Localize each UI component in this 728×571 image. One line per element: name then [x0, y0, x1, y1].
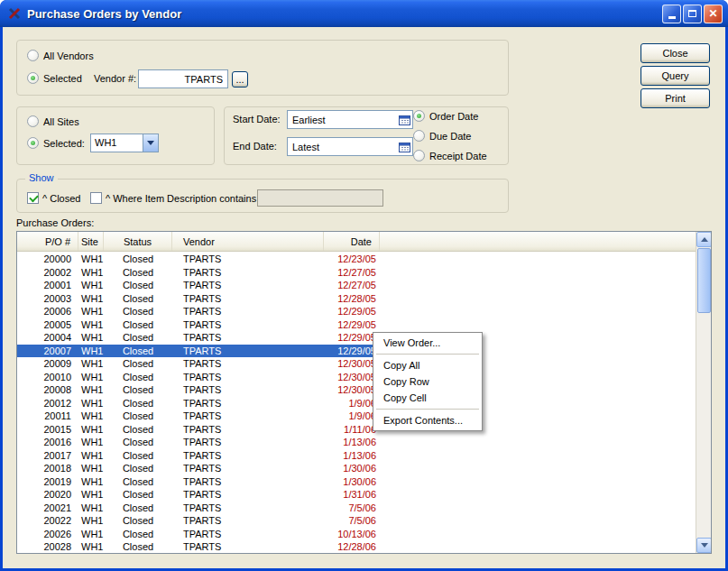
table-row[interactable]: 20015WH1ClosedTPARTS1/11/06: [17, 423, 381, 437]
vendor-number-input[interactable]: [138, 69, 228, 88]
cell-site: WH1: [78, 437, 104, 447]
table-row[interactable]: 20022WH1ClosedTPARTS7/5/06: [17, 514, 381, 528]
cell-date: 12/23/05: [324, 253, 380, 264]
radio-selected-site[interactable]: [27, 137, 39, 149]
vendor-browse-button[interactable]: ...: [232, 71, 248, 87]
menu-item-export-contents[interactable]: Export Contents...: [375, 412, 480, 428]
column-header-site[interactable]: Site: [78, 232, 104, 251]
start-date-input[interactable]: [287, 110, 397, 129]
scrollbar-thumb[interactable]: [697, 248, 711, 313]
print-button[interactable]: Print: [640, 88, 710, 108]
po-table-body: 20000WH1ClosedTPARTS12/23/0520002WH1Clos…: [17, 253, 696, 553]
cell-site: WH1: [78, 267, 104, 278]
column-header-vendor[interactable]: Vendor: [172, 232, 324, 251]
table-row[interactable]: 20007WH1ClosedTPARTS12/29/05: [17, 345, 381, 358]
table-row[interactable]: 20006WH1ClosedTPARTS12/29/05: [17, 305, 381, 318]
end-date-input[interactable]: [287, 137, 397, 156]
radio-receipt-date[interactable]: [413, 150, 425, 161]
table-row[interactable]: 20004WH1ClosedTPARTS12/29/05: [17, 331, 381, 345]
radio-due-date[interactable]: [413, 130, 425, 142]
scroll-up-button[interactable]: [696, 232, 712, 247]
cell-date: 12/29/05: [324, 332, 380, 343]
table-row[interactable]: 20010WH1ClosedTPARTS12/30/05: [17, 371, 381, 384]
menu-item-copy-row[interactable]: Copy Row: [375, 373, 480, 390]
query-button[interactable]: Query: [640, 66, 710, 86]
titlebar[interactable]: Purchase Orders by Vendor ✕: [0, 0, 728, 27]
close-button[interactable]: Close: [640, 43, 710, 63]
table-row[interactable]: 20012WH1ClosedTPARTS1/9/06: [17, 397, 381, 410]
table-row[interactable]: 20026WH1ClosedTPARTS10/13/06: [17, 528, 381, 541]
cell-po: 20020: [17, 489, 78, 500]
where-description-checkbox[interactable]: [90, 192, 102, 204]
po-table-header: P/O #SiteStatusVendorDate: [17, 232, 696, 252]
table-row[interactable]: 20002WH1ClosedTPARTS12/27/05: [17, 266, 381, 280]
cell-vendor: TPARTS: [172, 280, 324, 290]
cell-po: 20008: [17, 384, 78, 395]
cell-vendor: TPARTS: [172, 424, 324, 435]
cell-status: Closed: [104, 332, 172, 343]
cell-site: WH1: [78, 463, 104, 474]
cell-status: Closed: [104, 372, 172, 382]
cell-date: 7/5/06: [324, 515, 380, 526]
cell-po: 20026: [17, 529, 78, 539]
cell-status: Closed: [104, 541, 172, 552]
table-row[interactable]: 20021WH1ClosedTPARTS7/5/06: [17, 502, 381, 515]
radio-selected-vendor[interactable]: [27, 72, 39, 84]
close-window-button[interactable]: ✕: [704, 5, 723, 23]
cell-date: 1/30/06: [324, 463, 380, 474]
all-sites-label: All Sites: [43, 116, 79, 127]
cell-po: 20017: [17, 450, 78, 461]
maximize-button[interactable]: [683, 5, 702, 23]
cell-date: 12/28/05: [324, 293, 380, 304]
cell-date: 12/27/05: [324, 267, 380, 278]
cell-po: 20012: [17, 398, 78, 409]
table-row[interactable]: 20001WH1ClosedTPARTS12/27/05: [17, 279, 381, 292]
column-header-status[interactable]: Status: [104, 232, 172, 251]
cell-date: 12/29/05: [324, 319, 380, 330]
table-row[interactable]: 20017WH1ClosedTPARTS1/13/06: [17, 449, 381, 463]
vertical-scrollbar[interactable]: [696, 232, 711, 553]
table-row[interactable]: 20019WH1ClosedTPARTS1/30/06: [17, 475, 381, 489]
table-row[interactable]: 20003WH1ClosedTPARTS12/28/05: [17, 292, 381, 306]
cell-vendor: TPARTS: [172, 541, 324, 552]
cell-vendor: TPARTS: [172, 253, 324, 264]
menu-item-view-order[interactable]: View Order...: [375, 335, 480, 351]
table-row[interactable]: 20009WH1ClosedTPARTS12/30/05: [17, 357, 381, 371]
table-row[interactable]: 20005WH1ClosedTPARTS12/29/05: [17, 318, 381, 332]
cell-site: WH1: [78, 502, 104, 513]
cell-date: 1/11/06: [324, 424, 380, 435]
column-header-po[interactable]: P/O #: [17, 232, 78, 251]
minimize-button[interactable]: [662, 5, 681, 23]
table-row[interactable]: 20020WH1ClosedTPARTS1/31/06: [17, 488, 381, 502]
cell-site: WH1: [78, 306, 104, 317]
start-date-calendar-button[interactable]: [396, 110, 413, 129]
table-row[interactable]: 20000WH1ClosedTPARTS12/23/05: [17, 253, 381, 266]
cell-status: Closed: [104, 306, 172, 317]
cell-status: Closed: [104, 319, 172, 330]
table-row[interactable]: 20011WH1ClosedTPARTS1/9/06: [17, 410, 381, 423]
cell-site: WH1: [78, 319, 104, 330]
closed-checkbox[interactable]: [27, 192, 39, 204]
table-row[interactable]: 20018WH1ClosedTPARTS1/30/06: [17, 462, 381, 475]
end-date-calendar-button[interactable]: [396, 137, 413, 156]
cell-po: 20016: [17, 437, 78, 447]
context-menu: View Order...Copy AllCopy RowCopy CellEx…: [373, 332, 483, 431]
cell-po: 20002: [17, 267, 78, 278]
radio-all-sites[interactable]: [27, 115, 39, 127]
radio-all-vendors[interactable]: [27, 50, 39, 61]
menu-item-copy-cell[interactable]: Copy Cell: [375, 390, 480, 406]
app-icon: [7, 6, 22, 21]
column-header-date[interactable]: Date: [324, 232, 380, 251]
scroll-down-button[interactable]: [696, 538, 712, 553]
show-group-label: Show: [25, 172, 58, 183]
table-row[interactable]: 20016WH1ClosedTPARTS1/13/06: [17, 436, 381, 449]
site-combobox-dropdown[interactable]: [143, 134, 158, 152]
table-row[interactable]: 20008WH1ClosedTPARTS12/30/05: [17, 383, 381, 397]
radio-order-date[interactable]: [413, 110, 425, 122]
table-row[interactable]: 20028WH1ClosedTPARTS12/28/06: [17, 540, 381, 554]
cell-site: WH1: [78, 450, 104, 461]
site-combobox[interactable]: WH1: [90, 134, 159, 152]
receipt-date-label: Receipt Date: [429, 151, 487, 161]
menu-item-copy-all[interactable]: Copy All: [375, 357, 480, 373]
cell-site: WH1: [78, 398, 104, 409]
